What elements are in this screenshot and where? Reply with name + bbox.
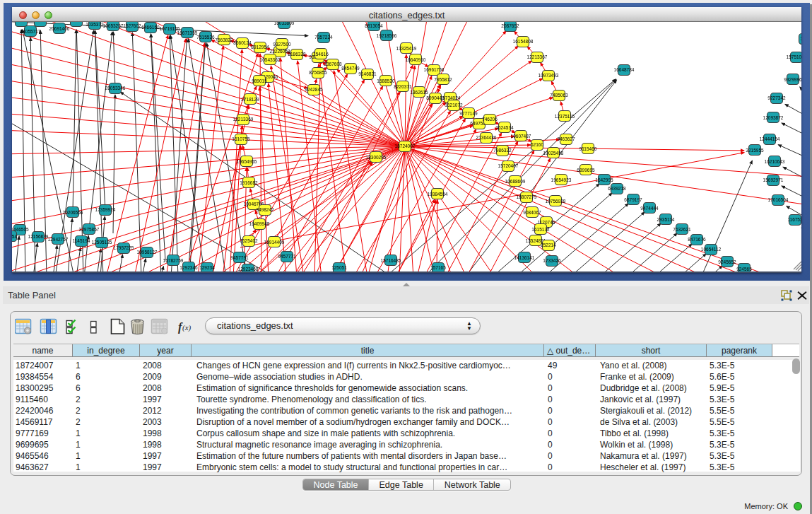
svg-text:1112: 1112 [800, 36, 801, 41]
svg-text:17016504: 17016504 [768, 197, 789, 202]
svg-text:252214: 252214 [541, 243, 556, 247]
svg-text:19654923: 19654923 [551, 177, 572, 182]
svg-text:(x): (x) [182, 323, 192, 332]
svg-text:12213369: 12213369 [233, 117, 254, 122]
svg-text:12375115: 12375115 [555, 114, 575, 119]
svg-text:8471676: 8471676 [688, 237, 706, 242]
svg-text:7515526: 7515526 [196, 35, 215, 40]
svg-text:12923468: 12923468 [238, 267, 259, 271]
svg-text:1621072: 1621072 [445, 103, 463, 107]
svg-text:8220371: 8220371 [394, 84, 412, 89]
svg-text:6879197: 6879197 [624, 197, 642, 202]
svg-text:10973493: 10973493 [539, 73, 559, 78]
svg-text:7625402: 7625402 [240, 238, 258, 243]
svg-text:10543362: 10543362 [260, 57, 281, 62]
svg-text:12156829: 12156829 [28, 234, 49, 239]
svg-text:16409948: 16409948 [249, 221, 270, 226]
svg-text:7485063: 7485063 [550, 93, 568, 98]
svg-text:9777149: 9777149 [459, 111, 478, 116]
svg-text:7663822: 7663822 [215, 37, 233, 42]
svg-text:13325419: 13325419 [396, 46, 417, 51]
svg-text:1035372: 1035372 [86, 22, 104, 27]
svg-text:16648784: 16648784 [614, 67, 635, 72]
svg-text:9329996: 9329996 [784, 77, 801, 82]
svg-text:10756928: 10756928 [546, 199, 566, 204]
svg-text:2367608: 2367608 [324, 62, 342, 66]
svg-text:1145194: 1145194 [73, 238, 90, 243]
svg-text:10653257: 10653257 [103, 23, 124, 28]
svg-text:746206: 746206 [482, 117, 498, 122]
svg-text:8756855: 8756855 [309, 70, 327, 75]
svg-text:1610755: 1610755 [232, 136, 250, 141]
svg-text:17957225: 17957225 [114, 245, 134, 250]
svg-text:16914409: 16914409 [264, 240, 285, 245]
svg-text:28053346: 28053346 [105, 86, 126, 90]
svg-text:16671355: 16671355 [177, 30, 198, 35]
svg-text:157165: 157165 [430, 265, 446, 270]
svg-text:989015: 989015 [252, 78, 267, 83]
svg-text:9242845: 9242845 [305, 87, 323, 92]
svg-text:19654955: 19654955 [237, 159, 257, 164]
svg-text:12093872: 12093872 [763, 115, 784, 120]
svg-text:125051: 125051 [331, 265, 347, 270]
svg-text:19384554: 19384554 [428, 192, 448, 197]
svg-text:9227342: 9227342 [767, 95, 786, 100]
svg-text:16210643: 16210643 [765, 159, 785, 164]
svg-text:21364436: 21364436 [476, 135, 497, 140]
svg-text:1642995: 1642995 [595, 177, 613, 182]
svg-text:14136141: 14136141 [514, 255, 535, 260]
svg-text:1916682: 1916682 [240, 180, 258, 185]
svg-text:8186328: 8186328 [288, 52, 306, 57]
svg-text:16640910: 16640910 [406, 57, 426, 62]
svg-text:19218596: 19218596 [377, 33, 397, 38]
svg-text:16154808: 16154808 [513, 39, 534, 44]
svg-text:924565: 924565 [736, 267, 752, 271]
svg-text:1292346: 1292346 [180, 265, 198, 270]
svg-text:12505135: 12505135 [92, 240, 112, 245]
svg-text:6899695: 6899695 [577, 168, 595, 173]
svg-text:9463627: 9463627 [557, 136, 575, 141]
svg-text:7632621: 7632621 [673, 227, 691, 232]
svg-text:62160: 62160 [531, 142, 543, 147]
svg-text:116753: 116753 [787, 217, 801, 222]
svg-text:9457771: 9457771 [278, 254, 296, 259]
svg-text:9457791: 9457791 [230, 255, 249, 260]
svg-text:1527602: 1527602 [123, 23, 141, 28]
svg-text:9245652: 9245652 [718, 259, 736, 264]
svg-text:8912954: 8912954 [251, 45, 269, 49]
svg-text:1615132: 1615132 [531, 227, 550, 232]
svg-text:2087652: 2087652 [501, 23, 519, 28]
svg-text:16782759: 16782759 [163, 258, 184, 263]
svg-text:18300295: 18300295 [366, 155, 387, 160]
svg-text:154616: 154616 [313, 52, 329, 57]
svg-text:15751074: 15751074 [787, 54, 801, 59]
svg-text:16961758: 16961758 [424, 67, 445, 72]
svg-text:1733426: 1733426 [543, 258, 561, 263]
svg-text:9474444: 9474444 [640, 206, 659, 211]
svg-text:39154: 39154 [12, 234, 17, 239]
svg-text:3624534: 3624534 [495, 125, 514, 130]
svg-text:12942757: 12942757 [48, 237, 69, 242]
svg-text:10688609: 10688609 [505, 179, 526, 184]
svg-text:15692971: 15692971 [763, 177, 784, 182]
svg-text:10607487: 10607487 [511, 134, 531, 139]
svg-text:12444154: 12444154 [760, 136, 780, 141]
svg-text:9115460: 9115460 [579, 146, 597, 151]
svg-text:10654112: 10654112 [701, 247, 722, 252]
svg-text:3215955: 3215955 [746, 148, 764, 153]
svg-text:18724007: 18724007 [395, 144, 416, 148]
svg-text:6466160: 6466160 [141, 25, 160, 30]
svg-text:7955812: 7955812 [434, 77, 452, 82]
svg-text:7986322: 7986322 [493, 148, 512, 153]
svg-text:15720407: 15720407 [498, 163, 519, 168]
svg-text:9084067: 9084067 [523, 210, 541, 215]
svg-text:10025458: 10025458 [543, 151, 564, 156]
svg-text:32975857: 32975857 [79, 227, 100, 232]
svg-text:15716485: 15716485 [381, 258, 401, 263]
svg-text:3498242: 3498242 [256, 207, 274, 212]
svg-text:18807279: 18807279 [517, 194, 537, 199]
svg-text:12213367: 12213367 [527, 54, 548, 59]
svg-text:2718129: 2718129 [241, 97, 259, 102]
svg-text:2935114: 2935114 [657, 217, 675, 222]
svg-text:1362615: 1362615 [410, 90, 428, 95]
